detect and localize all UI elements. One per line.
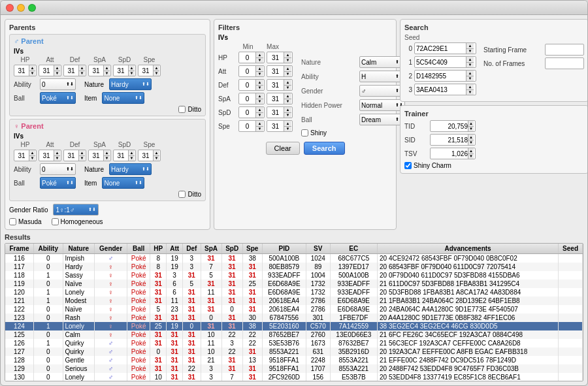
male-spa-stepper[interactable]: ▲▼ [88, 65, 111, 76]
female-spd-input[interactable] [114, 152, 128, 159]
seed-2-input[interactable] [415, 72, 466, 80]
no-of-frames-input[interactable] [546, 60, 587, 67]
tsv-input[interactable] [432, 150, 468, 157]
results-table-container[interactable]: Frame Ability Nature Gender Ball HP Att … [5, 243, 583, 381]
male-spd-input[interactable] [114, 67, 128, 74]
table-row[interactable]: 119 0 Naïve ♀ Poké 31 6 5 31 31 25 E6D68… [5, 280, 583, 288]
filter-hp-max-down[interactable]: ▼ [284, 58, 291, 63]
tid-down[interactable]: ▼ [468, 127, 474, 132]
sid-stepper[interactable]: ▲ ▼ [430, 134, 476, 146]
male-spe-down[interactable]: ▼ [154, 71, 159, 76]
female-spa-up[interactable]: ▲ [104, 150, 110, 156]
female-att-stepper[interactable]: ▲▼ [39, 150, 61, 161]
no-of-frames-stepper[interactable]: ▲ ▼ [545, 57, 584, 69]
female-spa-stepper[interactable]: ▲▼ [88, 150, 111, 161]
female-spd-up[interactable]: ▲ [129, 150, 135, 156]
male-hp-stepper[interactable]: ▲▼ [14, 65, 37, 76]
close-button[interactable] [6, 4, 14, 12]
female-spa-input[interactable] [89, 152, 103, 159]
male-def-up[interactable]: ▲ [79, 65, 85, 71]
table-row[interactable]: 129 0 Serious ♂ Poké 31 31 22 3 31 31 95… [5, 364, 583, 373]
filter-spe-min-down[interactable]: ▼ [256, 127, 263, 132]
filter-spa-min-stepper[interactable]: ▲ ▼ [238, 93, 265, 105]
seed-3-input[interactable] [415, 86, 466, 93]
table-row[interactable]: 117 0 Hardy ♀ Poké 8 19 3 7 31 31 80EB85… [5, 263, 583, 271]
female-spd-down[interactable]: ▼ [129, 156, 135, 161]
filter-spa-max-stepper[interactable]: ▲ ▼ [267, 93, 293, 105]
male-spd-up[interactable]: ▲ [129, 65, 135, 71]
female-spd-stepper[interactable]: ▲▼ [113, 150, 136, 161]
filter-spa-max-up[interactable]: ▲ [284, 93, 291, 99]
male-def-down[interactable]: ▼ [79, 71, 85, 76]
filter-def-max-down[interactable]: ▼ [284, 86, 291, 91]
female-spe-stepper[interactable]: ▲▼ [138, 150, 161, 161]
filter-spd-min-up[interactable]: ▲ [256, 107, 263, 113]
filter-hp-select[interactable]: Normal ⬆⬇ [359, 99, 405, 111]
homogeneous-checkbox[interactable] [52, 218, 59, 225]
male-hp-up[interactable]: ▲ [29, 65, 35, 71]
table-row[interactable]: 120 1 Lonely ♀ Poké 31 6 31 11 31 31 E6D… [5, 288, 583, 297]
female-att-down[interactable]: ▼ [54, 156, 60, 161]
filter-def-min-stepper[interactable]: ▲ ▼ [238, 79, 265, 91]
seed-1-up[interactable]: ▲ [466, 57, 474, 63]
male-nature-select[interactable]: Hardy⬆⬇ [109, 78, 152, 90]
seed-0-stepper[interactable]: ▲ ▼ [414, 42, 476, 54]
male-spa-up[interactable]: ▲ [104, 65, 110, 71]
shiny-charm-label[interactable]: Shiny Charm [404, 162, 451, 169]
male-ability-select[interactable]: 0⬆⬇ [40, 78, 76, 90]
female-ball-select[interactable]: Poké⬆⬇ [40, 177, 76, 189]
male-spa-down[interactable]: ▼ [104, 71, 110, 76]
filter-spa-max-down[interactable]: ▼ [284, 99, 291, 105]
female-spa-down[interactable]: ▼ [104, 156, 110, 161]
filter-spa-min-input[interactable] [239, 95, 255, 103]
filter-spd-min-input[interactable] [239, 109, 255, 116]
filter-spe-max-down[interactable]: ▼ [284, 127, 291, 132]
filter-spd-max-down[interactable]: ▼ [284, 113, 291, 118]
filter-spd-max-input[interactable] [267, 109, 284, 116]
sid-input[interactable] [432, 137, 468, 144]
seed-3-stepper[interactable]: ▲ ▼ [414, 84, 476, 95]
male-item-select[interactable]: None⬆⬇ [102, 92, 144, 104]
female-hp-up[interactable]: ▲ [29, 150, 35, 156]
seed-2-up[interactable]: ▲ [466, 71, 474, 76]
filter-att-max-up[interactable]: ▲ [284, 66, 291, 72]
tid-stepper[interactable]: ▲ ▼ [430, 120, 476, 132]
seed-3-up[interactable]: ▲ [466, 84, 474, 90]
female-hp-input[interactable] [14, 152, 29, 159]
masuda-label[interactable]: Masuda [9, 218, 42, 225]
female-att-up[interactable]: ▲ [54, 150, 60, 156]
male-spe-input[interactable] [139, 67, 153, 74]
sid-down[interactable]: ▼ [468, 140, 474, 146]
seed-2-down[interactable]: ▼ [466, 76, 474, 82]
filter-att-min-input[interactable] [239, 68, 255, 75]
filter-spa-min-up[interactable]: ▲ [256, 93, 263, 99]
filter-hp-max-stepper[interactable]: ▲ ▼ [267, 52, 293, 63]
male-ditto-label[interactable]: Ditto [178, 106, 201, 113]
filter-att-max-down[interactable]: ▼ [284, 72, 291, 77]
filter-def-min-up[interactable]: ▲ [256, 80, 263, 86]
female-ditto-checkbox[interactable] [178, 191, 186, 198]
female-ability-select[interactable]: 0⬆⬇ [40, 163, 76, 175]
male-ball-select[interactable]: Poké⬆⬇ [40, 92, 76, 104]
female-spe-down[interactable]: ▼ [154, 156, 159, 161]
seed-0-up[interactable]: ▲ [466, 43, 474, 49]
female-hp-down[interactable]: ▼ [29, 156, 35, 161]
filter-spd-max-up[interactable]: ▲ [284, 107, 291, 113]
search-button[interactable]: Search [304, 142, 345, 155]
male-def-stepper[interactable]: ▲▼ [63, 65, 86, 76]
male-spe-stepper[interactable]: ▲▼ [138, 65, 161, 76]
male-att-up[interactable]: ▲ [54, 65, 60, 71]
female-spe-up[interactable]: ▲ [154, 150, 159, 156]
filter-att-min-down[interactable]: ▼ [256, 72, 263, 77]
male-spe-up[interactable]: ▲ [154, 65, 159, 71]
filter-def-max-input[interactable] [267, 82, 284, 89]
tid-input[interactable] [432, 123, 468, 130]
filter-def-max-stepper[interactable]: ▲ ▼ [267, 79, 293, 91]
male-spa-input[interactable] [89, 67, 103, 74]
seed-0-input[interactable] [415, 45, 466, 52]
tsv-stepper[interactable]: ▲ ▼ [430, 148, 476, 159]
filter-spd-min-down[interactable]: ▼ [256, 113, 263, 118]
male-att-down[interactable]: ▼ [54, 71, 60, 76]
male-ditto-checkbox[interactable] [178, 106, 186, 113]
table-row[interactable]: 116 0 Impish ♂ Poké 8 19 3 31 31 38 500A… [5, 254, 583, 263]
